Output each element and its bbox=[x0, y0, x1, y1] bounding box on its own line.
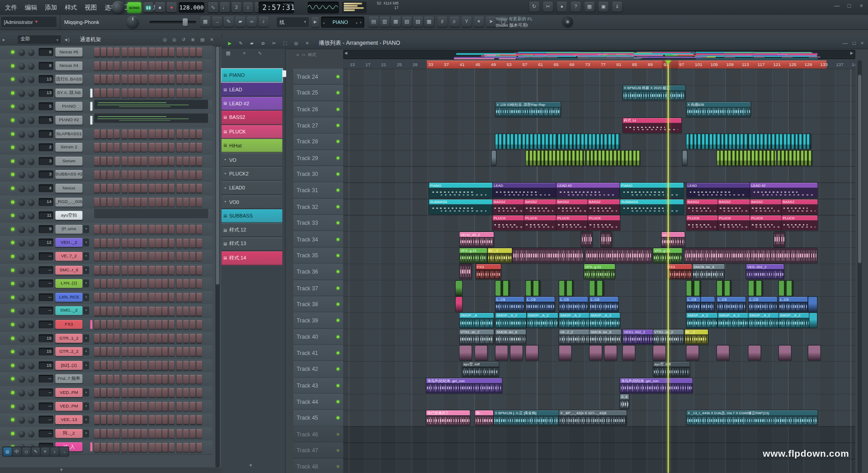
step-cell[interactable] bbox=[196, 198, 202, 207]
playlist-clip[interactable]: LEAD bbox=[493, 183, 557, 198]
step-cell[interactable] bbox=[122, 184, 127, 193]
pattern-item[interactable]: •LEAD0 bbox=[222, 181, 283, 195]
minimize-icon[interactable]: — bbox=[833, 3, 841, 9]
step-cell[interactable] bbox=[183, 61, 189, 71]
step-cell[interactable] bbox=[128, 184, 134, 193]
playlist-clip[interactable] bbox=[456, 280, 462, 295]
playlist-clip[interactable] bbox=[779, 280, 793, 295]
menu-item[interactable]: 编辑 bbox=[21, 3, 41, 11]
channel-led[interactable] bbox=[11, 227, 14, 231]
playlist-clip[interactable] bbox=[808, 345, 821, 360]
step-cell[interactable] bbox=[94, 279, 100, 289]
playlist-clip[interactable] bbox=[526, 280, 540, 295]
rack-scrollbar[interactable] bbox=[215, 45, 220, 467]
channel-button[interactable]: Nexus bbox=[55, 184, 82, 193]
step-cell[interactable] bbox=[169, 48, 175, 57]
playlist-clip[interactable] bbox=[749, 134, 811, 149]
step-cell[interactable] bbox=[142, 416, 147, 425]
step-cell[interactable] bbox=[190, 334, 196, 343]
step-cell[interactable] bbox=[114, 443, 120, 452]
step-cell[interactable] bbox=[162, 238, 168, 247]
pattern-item[interactable]: •VO0 bbox=[222, 195, 283, 209]
step-cell[interactable] bbox=[177, 266, 183, 275]
step-cell[interactable] bbox=[114, 170, 120, 180]
step-cell[interactable] bbox=[142, 143, 147, 152]
step-cell[interactable] bbox=[135, 266, 141, 275]
channel-layer-badge[interactable]: + bbox=[83, 348, 89, 355]
step-cell[interactable] bbox=[94, 307, 100, 316]
channel-button[interactable]: Nexus #5 bbox=[55, 47, 82, 57]
channel-pan-knob[interactable] bbox=[19, 390, 25, 396]
step-cell[interactable] bbox=[169, 143, 175, 152]
step-cell[interactable] bbox=[149, 238, 155, 247]
pattern-item[interactable]: ▤样式 13 bbox=[222, 237, 283, 251]
step-cell[interactable] bbox=[101, 416, 107, 425]
step-cell[interactable] bbox=[190, 293, 196, 302]
add-pattern-icon[interactable]: + bbox=[359, 19, 364, 24]
step-cell[interactable] bbox=[156, 307, 161, 316]
track-header[interactable]: Track 44 bbox=[293, 394, 343, 410]
step-cell[interactable] bbox=[128, 48, 134, 57]
channel-pan-knob[interactable] bbox=[19, 254, 25, 260]
step-cell[interactable] bbox=[169, 225, 175, 234]
step-cell[interactable] bbox=[190, 184, 196, 193]
step-cell[interactable] bbox=[94, 48, 100, 57]
step-cell[interactable] bbox=[177, 225, 183, 234]
channel-button[interactable]: (P..ums bbox=[55, 225, 82, 234]
next-pattern-icon[interactable]: ▸ bbox=[354, 20, 359, 24]
step-cell[interactable] bbox=[101, 320, 107, 329]
playlist-clip[interactable]: BASS2 bbox=[686, 199, 718, 214]
channel-filter-dropdown[interactable]: 全部 ▾ bbox=[18, 35, 61, 43]
step-cell[interactable] bbox=[156, 61, 161, 71]
playlist-clip[interactable] bbox=[585, 248, 651, 263]
step-cell[interactable] bbox=[177, 402, 183, 411]
step-cell[interactable] bbox=[122, 238, 127, 247]
menu-item[interactable]: 视图 bbox=[81, 3, 101, 11]
step-cell[interactable] bbox=[162, 307, 168, 316]
channel-pan-knob[interactable] bbox=[19, 76, 25, 82]
close-icon[interactable]: × bbox=[858, 3, 865, 9]
playlist-clip[interactable]: FX3 bbox=[667, 264, 692, 279]
track-header[interactable]: Track 46 bbox=[293, 426, 343, 442]
playlist-clip[interactable]: X _13_r_449k X DJA态..Vol.7 X D3A5修正RAP(1… bbox=[686, 411, 817, 426]
channel-pan-knob[interactable] bbox=[19, 322, 25, 327]
step-cell[interactable] bbox=[196, 48, 202, 57]
track-mute-led[interactable] bbox=[336, 76, 339, 78]
step-cell[interactable] bbox=[142, 429, 147, 438]
step-cell[interactable] bbox=[107, 320, 113, 329]
step-cell[interactable] bbox=[128, 429, 134, 438]
channel-pan-knob[interactable] bbox=[19, 281, 25, 287]
step-cell[interactable] bbox=[107, 307, 113, 316]
panel-icon[interactable]: ▦ bbox=[391, 17, 401, 27]
step-cell[interactable] bbox=[183, 279, 189, 289]
channel-button[interactable]: VED..PM bbox=[55, 402, 82, 411]
menu-item[interactable]: 添加 bbox=[41, 3, 61, 11]
utility-icon[interactable]: ? bbox=[571, 2, 580, 12]
channel-pan-knob[interactable] bbox=[19, 376, 25, 382]
step-cell[interactable] bbox=[107, 48, 113, 57]
quick-tool-icon[interactable]: → bbox=[60, 447, 68, 455]
channel-led[interactable] bbox=[11, 50, 14, 53]
step-cell[interactable] bbox=[156, 184, 161, 193]
step-cell[interactable] bbox=[101, 48, 107, 57]
playlist-clip[interactable] bbox=[774, 232, 785, 246]
playlist-clip[interactable]: PLUCK bbox=[557, 215, 588, 230]
channel-button[interactable]: FX3 bbox=[55, 320, 82, 329]
step-cell[interactable] bbox=[196, 334, 202, 343]
step-cell[interactable] bbox=[101, 266, 107, 275]
playlist-clip[interactable]: L..C5 bbox=[495, 297, 524, 312]
playlist-clip[interactable] bbox=[590, 345, 602, 360]
step-cell[interactable] bbox=[122, 89, 127, 98]
step-cell[interactable] bbox=[114, 198, 120, 207]
track-mute-led[interactable] bbox=[336, 205, 339, 208]
maximize-icon[interactable]: □ bbox=[853, 40, 856, 46]
channel-button[interactable]: Serum bbox=[55, 156, 82, 166]
prev-pattern-icon[interactable]: ◂ bbox=[321, 20, 326, 24]
step-cell[interactable] bbox=[196, 402, 202, 411]
step-cell[interactable] bbox=[149, 61, 155, 71]
step-cell[interactable] bbox=[149, 279, 155, 289]
channel-layer-badge[interactable]: + bbox=[83, 280, 89, 288]
step-cell[interactable] bbox=[177, 184, 183, 193]
minimize-icon[interactable]: — bbox=[843, 40, 848, 46]
step-cell[interactable] bbox=[107, 266, 113, 275]
